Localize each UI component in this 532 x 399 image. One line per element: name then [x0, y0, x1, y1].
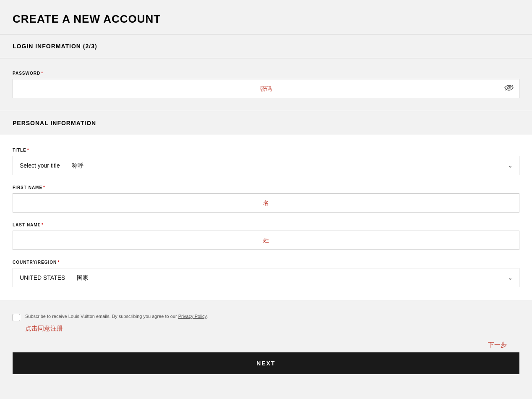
country-group: COUNTRY/REGION* UNITED STATES 国家 CHINA F…: [13, 260, 519, 287]
last-name-input[interactable]: [13, 231, 519, 250]
personal-section-header: PERSONAL INFORMATION: [0, 111, 532, 135]
eye-icon[interactable]: [504, 84, 514, 93]
next-button[interactable]: Next: [13, 352, 519, 374]
last-name-label: LAST NAME*: [13, 223, 519, 227]
password-section: PASSWORD*: [0, 58, 532, 111]
first-name-group: FIRST NAME*: [13, 185, 519, 213]
login-section-header: LOGIN INFORMATION (2/3): [0, 34, 532, 58]
next-area: 下一步 Next: [13, 341, 519, 374]
password-group: PASSWORD*: [13, 71, 519, 98]
title-select-wrapper: Select your title 称呼 Mr. Mrs. Ms. Miss D…: [13, 156, 519, 175]
country-select[interactable]: UNITED STATES 国家 CHINA FRANCE UNITED KIN…: [13, 268, 519, 287]
subscription-section: Subscribe to receive Louis Vuitton email…: [0, 300, 532, 383]
next-annotation: 下一步: [13, 341, 519, 349]
first-name-input[interactable]: [13, 193, 519, 213]
subscribe-checkbox[interactable]: [13, 314, 20, 321]
country-select-wrapper: UNITED STATES 国家 CHINA FRANCE UNITED KIN…: [13, 268, 519, 287]
first-name-label: FIRST NAME*: [13, 185, 519, 190]
password-input-wrapper: [13, 79, 519, 98]
last-name-group: LAST NAME*: [13, 223, 519, 250]
title-group: TITLE* Select your title 称呼 Mr. Mrs. Ms.…: [13, 148, 519, 175]
privacy-policy-link[interactable]: Privacy Policy: [178, 314, 207, 319]
subscribe-annotation: 点击同意注册: [25, 325, 519, 333]
next-button-wrapper: Next: [13, 352, 519, 374]
subscribe-row: Subscribe to receive Louis Vuitton email…: [13, 313, 519, 321]
title-select[interactable]: Select your title 称呼 Mr. Mrs. Ms. Miss D…: [13, 156, 519, 175]
country-label: COUNTRY/REGION*: [13, 260, 519, 265]
page-title: CREATE A NEW ACCOUNT: [0, 13, 532, 34]
password-label: PASSWORD*: [13, 71, 519, 76]
password-input[interactable]: [13, 79, 519, 98]
page-container: CREATE A NEW ACCOUNT LOGIN INFORMATION (…: [0, 0, 532, 399]
subscribe-label: Subscribe to receive Louis Vuitton email…: [25, 313, 208, 320]
title-label: TITLE*: [13, 148, 519, 152]
personal-section: TITLE* Select your title 称呼 Mr. Mrs. Ms.…: [0, 135, 532, 300]
